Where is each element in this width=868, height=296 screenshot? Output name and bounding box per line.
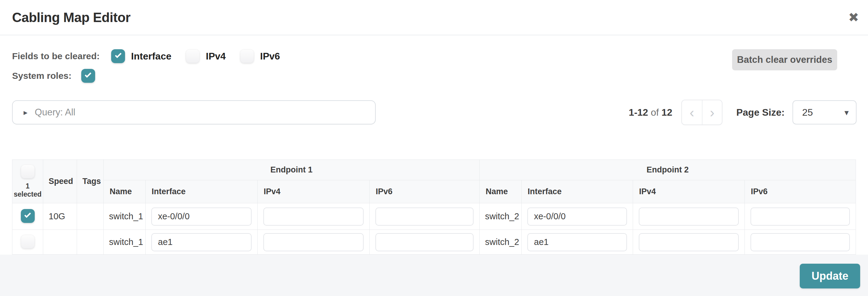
dialog-header: Cabling Map Editor ✖ (0, 0, 868, 35)
select-all-header: 1 selected (12, 160, 43, 203)
ep2-ipv6-input[interactable] (750, 233, 850, 251)
ipv4-checkbox-label: IPv4 (206, 51, 226, 62)
field-option-ipv4: IPv4 (186, 49, 226, 63)
speed-cell (43, 230, 77, 255)
pagination-bar: 1-12 of 12 ‹ › Page Size: 25 ▾ (629, 100, 857, 125)
system-roles-row: System roles: (12, 68, 95, 83)
pagination-range: 1-12 of 12 (629, 107, 672, 118)
update-button[interactable]: Update (800, 264, 860, 289)
chevron-down-icon: ▾ (844, 108, 849, 118)
dialog-footer: Update (0, 255, 868, 296)
ep2-interface-input[interactable] (527, 233, 627, 251)
range-of: of (648, 107, 661, 118)
next-page-button[interactable]: › (702, 100, 722, 124)
column-header-ep1-ipv4: IPv4 (258, 180, 370, 203)
tags-cell (77, 203, 103, 230)
column-header-tags: Tags (77, 160, 103, 203)
ep1-ipv4-input[interactable] (264, 207, 364, 226)
ep1-name-cell: switch_1 (103, 203, 146, 230)
ep2-interface-input[interactable] (527, 207, 627, 226)
select-all-checkbox[interactable] (21, 165, 35, 178)
column-header-ep1-name: Name (103, 180, 146, 203)
ipv4-checkbox[interactable] (186, 49, 199, 63)
table-row: switch_1 switch_2 (12, 230, 856, 255)
batch-clear-overrides-button[interactable]: Batch clear overrides (732, 49, 837, 70)
ep1-interface-input[interactable] (151, 207, 252, 226)
interface-checkbox[interactable] (111, 49, 125, 63)
field-option-interface: Interface (111, 49, 171, 63)
speed-cell: 10G (43, 203, 77, 230)
ep2-ipv4-input[interactable] (639, 207, 739, 226)
range-total: 12 (661, 107, 672, 118)
ep2-ipv6-input[interactable] (750, 207, 850, 226)
page-size-value: 25 (802, 107, 844, 118)
system-roles-label: System roles: (12, 71, 71, 81)
fields-to-clear-label: Fields to be cleared: (12, 51, 100, 61)
column-group-endpoint-1: Endpoint 1 (103, 160, 479, 180)
page-size-label: Page Size: (736, 107, 785, 118)
ep1-interface-input[interactable] (151, 233, 252, 251)
ep2-name-cell: switch_2 (479, 230, 522, 255)
table-row: 10G switch_1 switch_2 (12, 203, 856, 230)
query-text: Query: All (35, 107, 75, 118)
ipv6-checkbox-label: IPv6 (260, 51, 280, 62)
cabling-map-table: 1 selected Speed Tags Endpoint 1 Endpoin… (12, 159, 856, 255)
range-start: 1-12 (629, 107, 648, 118)
interface-checkbox-label: Interface (131, 51, 171, 62)
column-header-ep2-interface: Interface (522, 180, 633, 203)
close-icon[interactable]: ✖ (848, 0, 859, 35)
check-icon (24, 211, 31, 218)
row-checkbox[interactable] (21, 235, 35, 248)
chevron-left-icon: ‹ (689, 104, 694, 120)
column-header-ep1-interface: Interface (146, 180, 258, 203)
prev-page-button[interactable]: ‹ (682, 100, 702, 124)
page-title: Cabling Map Editor (12, 0, 130, 35)
ipv6-checkbox[interactable] (240, 49, 254, 63)
ep2-ipv4-input[interactable] (639, 233, 739, 251)
ep1-ipv6-input[interactable] (375, 207, 473, 226)
ep1-ipv6-input[interactable] (375, 233, 473, 251)
row-checkbox[interactable] (21, 209, 35, 223)
system-roles-checkbox[interactable] (81, 69, 95, 83)
ep2-name-cell: switch_2 (479, 203, 522, 230)
pager-buttons: ‹ › (681, 100, 722, 125)
column-header-speed: Speed (43, 160, 77, 203)
query-builder[interactable]: ▸ Query: All (12, 100, 376, 124)
fields-to-clear-row: Fields to be cleared: Interface IPv4 IPv… (12, 49, 294, 64)
expand-caret-icon[interactable]: ▸ (24, 108, 28, 117)
column-header-ep2-name: Name (479, 180, 522, 203)
tags-cell (77, 230, 103, 255)
column-group-endpoint-2: Endpoint 2 (479, 160, 856, 180)
column-header-ep1-ipv6: IPv6 (370, 180, 479, 203)
check-icon (85, 71, 92, 78)
field-option-ipv6: IPv6 (240, 49, 280, 63)
page-size-select[interactable]: 25 ▾ (793, 100, 857, 124)
column-header-ep2-ipv4: IPv4 (633, 180, 745, 203)
column-header-ep2-ipv6: IPv6 (745, 180, 856, 203)
chevron-right-icon: › (710, 104, 714, 120)
selected-count: 1 selected (12, 182, 43, 199)
check-icon (115, 51, 122, 58)
ep1-name-cell: switch_1 (103, 230, 146, 255)
ep1-ipv4-input[interactable] (264, 233, 364, 251)
